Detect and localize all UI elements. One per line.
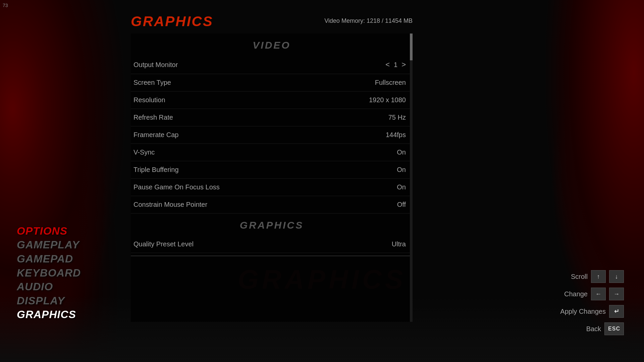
apply-button[interactable]: ↵ [609,305,624,318]
screen-type-row[interactable]: Screen Type Fullscreen [131,74,413,92]
refresh-rate-value: 75 Hz [388,114,406,121]
framerate-cap-row[interactable]: Framerate Cap 144fps [131,126,413,144]
sidebar-item-gamepad[interactable]: GAMEPAD [17,252,127,266]
bottom-divider [131,256,413,256]
sidebar-item-audio[interactable]: AUDIO [17,280,127,294]
constrain-mouse-value: Off [397,201,406,208]
scroll-down-button[interactable]: ↓ [609,270,624,283]
apply-label: Apply Changes [560,308,606,315]
monitor-value: 1 [394,61,397,69]
scrollbar-thumb[interactable] [410,34,413,60]
output-monitor-row[interactable]: Output Monitor < 1 > [131,56,413,74]
change-left-button[interactable]: ← [591,288,606,300]
settings-panel: VIDEO Output Monitor < 1 > Screen Type F… [131,34,413,322]
back-control-row: Back ESC [557,322,624,335]
change-control-row: Change ← → [544,288,624,300]
back-label: Back [557,325,601,333]
sidebar: OPTIONS GAMEPLAY GAMEPAD KEYBOARD AUDIO … [0,0,127,362]
monitor-arrow-left[interactable]: < [385,60,390,69]
quality-preset-row[interactable]: Quality Preset Level Ultra [131,236,413,253]
resolution-value: 644 x 362 [369,96,406,104]
screen-type-value: Fullscreen [375,79,406,86]
section-header-video: VIDEO [131,34,413,56]
vsync-label: V-Sync [133,148,155,156]
quality-preset-label: Quality Preset Level [133,240,194,248]
monitor-control: < 1 > [385,60,406,69]
triple-buffering-value: On [397,166,406,174]
pause-game-value: On [397,183,406,191]
vsync-row[interactable]: V-Sync On [131,144,413,161]
monitor-arrow-right[interactable]: > [401,60,406,69]
vsync-value: On [397,148,406,156]
sidebar-item-gameplay[interactable]: GAMEPLAY [17,238,127,252]
sidebar-item-graphics[interactable]: GRAPHICS [17,308,127,322]
sidebar-item-display[interactable]: DISPLAY [17,294,127,308]
pause-game-label: Pause Game On Focus Loss [133,183,220,191]
resolution-label: Resolution [133,96,165,104]
framerate-cap-label: Framerate Cap [133,131,179,139]
esc-button[interactable]: ESC [604,322,624,335]
scroll-control-row: Scroll ↑ ↓ [544,270,624,283]
triple-buffering-label: Triple Buffering [133,166,179,174]
change-label: Change [544,290,588,298]
resolution-row[interactable]: Resolution 644 x 362 [131,92,413,109]
refresh-rate-label: Refresh Rate [133,114,173,121]
sidebar-item-keyboard[interactable]: KEYBOARD [17,266,127,280]
scroll-label: Scroll [544,273,588,281]
scroll-up-button[interactable]: ↑ [591,270,606,283]
pause-game-row[interactable]: Pause Game On Focus Loss On [131,179,413,196]
quality-preset-value: Ultra [392,240,406,248]
video-memory: Video Memory: 1218 / 11454 MB [131,17,413,24]
change-right-button[interactable]: → [609,288,624,300]
section-header-graphics: GRAPHICS [131,214,413,236]
scrollbar[interactable] [410,34,413,322]
constrain-mouse-label: Constrain Mouse Pointer [133,201,207,208]
output-monitor-label: Output Monitor [133,61,178,69]
constrain-mouse-row[interactable]: Constrain Mouse Pointer Off [131,196,413,214]
framerate-cap-value: 144fps [386,131,406,139]
triple-buffering-row[interactable]: Triple Buffering On [131,161,413,179]
main-content: GRAPHICS VIDEO Output Monitor < 1 > Scre… [131,13,413,342]
screen-type-label: Screen Type [133,79,171,86]
bottom-controls: Scroll ↑ ↓ Change ← → Apply Changes ↵ Ba… [544,270,624,335]
sidebar-item-options[interactable]: OPTIONS [17,224,127,238]
apply-control-row: Apply Changes ↵ [560,305,624,318]
refresh-rate-row[interactable]: Refresh Rate 75 Hz [131,109,413,126]
